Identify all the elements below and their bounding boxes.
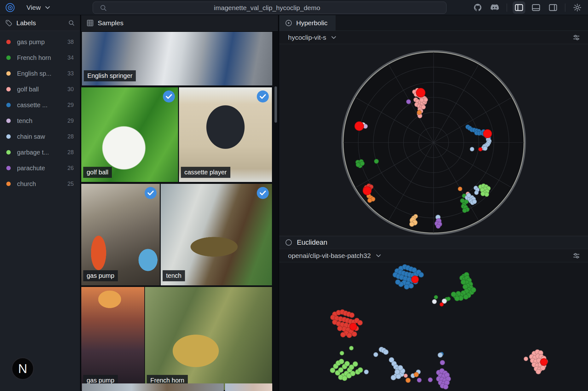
scatter-point[interactable] xyxy=(404,374,408,378)
scatter-point[interactable] xyxy=(409,222,414,227)
label-row[interactable]: parachute26 xyxy=(0,160,80,176)
scatter-point[interactable] xyxy=(419,98,424,102)
scatter-point[interactable] xyxy=(414,372,419,377)
hyperbolic-model-select[interactable]: hycoclip-vit-s xyxy=(288,34,326,41)
scatter-point[interactable] xyxy=(524,357,528,361)
samples-scrollbar[interactable] xyxy=(274,86,277,123)
label-row[interactable]: chain saw28 xyxy=(0,129,80,144)
scatter-point[interactable] xyxy=(355,121,364,131)
scatter-point[interactable] xyxy=(353,361,358,367)
sample-tile[interactable]: gas pump xyxy=(81,287,144,390)
app-logo-icon[interactable] xyxy=(6,3,14,12)
scatter-point[interactable] xyxy=(349,323,357,330)
selected-check-icon[interactable] xyxy=(163,90,175,102)
scatter-point[interactable] xyxy=(466,193,471,198)
euclidean-plot[interactable] xyxy=(279,262,588,391)
scatter-point[interactable] xyxy=(472,199,477,204)
scatter-point[interactable] xyxy=(350,371,355,376)
sample-tile[interactable] xyxy=(225,383,272,391)
sample-tile[interactable]: tench xyxy=(161,184,272,285)
scatter-point[interactable] xyxy=(349,312,355,318)
euclidean-section-header[interactable]: Euclidean xyxy=(279,236,588,249)
scatter-point[interactable] xyxy=(347,333,352,338)
scatter-point[interactable] xyxy=(406,99,411,104)
scatter-point[interactable] xyxy=(340,332,346,337)
scatter-point[interactable] xyxy=(391,375,396,380)
scatter-point[interactable] xyxy=(463,294,469,300)
scatter-point[interactable] xyxy=(411,276,419,283)
label-row[interactable]: cassette ...29 xyxy=(0,97,80,113)
plot-settings-sliders-icon[interactable] xyxy=(572,33,580,42)
label-row[interactable]: garbage t...28 xyxy=(0,144,80,160)
label-row[interactable]: church25 xyxy=(0,176,80,192)
selected-check-icon[interactable] xyxy=(257,90,269,102)
sample-tile[interactable]: gas pump xyxy=(81,184,160,285)
layout-split-bottom-button[interactable] xyxy=(530,1,542,14)
label-row[interactable]: tench29 xyxy=(0,113,80,129)
label-row[interactable]: gas pump38 xyxy=(0,34,80,50)
scatter-point[interactable] xyxy=(462,208,467,213)
scatter-point[interactable] xyxy=(344,361,350,366)
scatter-point[interactable] xyxy=(540,358,548,366)
sample-tile[interactable]: French horn xyxy=(145,287,272,390)
scatter-point[interactable] xyxy=(440,302,444,306)
scatter-point[interactable] xyxy=(395,279,401,285)
label-row[interactable]: golf ball30 xyxy=(0,81,80,97)
scatter-point[interactable] xyxy=(337,326,343,331)
scatter-point[interactable] xyxy=(352,331,357,337)
hyperbolic-plot[interactable] xyxy=(279,44,588,236)
scatter-point[interactable] xyxy=(417,378,422,382)
scatter-point[interactable] xyxy=(458,187,462,191)
scatter-point[interactable] xyxy=(395,369,400,375)
label-row[interactable]: French horn34 xyxy=(0,50,80,66)
settings-button[interactable] xyxy=(571,1,584,14)
scatter-point[interactable] xyxy=(483,129,492,138)
scatter-point[interactable] xyxy=(383,349,389,355)
scatter-point[interactable] xyxy=(443,384,448,389)
scatter-point[interactable] xyxy=(432,299,437,304)
plot-settings-sliders-icon[interactable] xyxy=(572,252,580,260)
scatter-point[interactable] xyxy=(404,284,409,289)
tab-hyperbolic[interactable]: Hyperbolic xyxy=(279,15,336,31)
sample-tile[interactable]: cassette player xyxy=(179,87,272,182)
chevron-down-icon[interactable] xyxy=(331,36,336,39)
scatter-point[interactable] xyxy=(340,351,344,355)
notebook-avatar-button[interactable]: N xyxy=(11,357,34,380)
scatter-point[interactable] xyxy=(454,296,460,301)
euclidean-model-select[interactable]: openai/clip-vit-base-patch32 xyxy=(288,252,371,260)
scatter-point[interactable] xyxy=(357,320,363,325)
labels-search-icon[interactable] xyxy=(68,20,75,26)
scatter-point[interactable] xyxy=(440,360,445,365)
scatter-point[interactable] xyxy=(428,377,433,382)
scatter-point[interactable] xyxy=(474,190,479,195)
label-row[interactable]: English sp...33 xyxy=(0,66,80,81)
scatter-point[interactable] xyxy=(406,378,411,383)
scatter-point[interactable] xyxy=(481,191,485,196)
chevron-down-icon[interactable] xyxy=(376,254,381,257)
sample-tile[interactable]: English springer xyxy=(82,32,272,85)
scatter-point[interactable] xyxy=(483,146,487,151)
scatter-point[interactable] xyxy=(358,367,363,373)
view-menu-button[interactable]: View xyxy=(26,3,50,13)
sample-tile[interactable]: golf ball xyxy=(81,87,178,182)
scatter-point[interactable] xyxy=(416,88,425,97)
scatter-point[interactable] xyxy=(363,186,372,195)
scatter-point[interactable] xyxy=(374,159,379,164)
dataset-search-bar[interactable]: imagenette_val_clip_hycoclip_demo xyxy=(93,2,447,14)
scatter-point[interactable] xyxy=(421,105,426,109)
sample-tile[interactable] xyxy=(82,383,224,391)
scatter-point[interactable] xyxy=(339,359,344,364)
selected-check-icon[interactable] xyxy=(145,187,157,199)
scatter-point[interactable] xyxy=(536,369,541,374)
scatter-point[interactable] xyxy=(349,346,354,350)
scatter-point[interactable] xyxy=(471,287,476,293)
scatter-point[interactable] xyxy=(418,272,424,277)
scatter-point[interactable] xyxy=(461,279,466,285)
layout-split-right-button[interactable] xyxy=(547,1,559,14)
discord-button[interactable] xyxy=(488,1,501,14)
scatter-point[interactable] xyxy=(470,147,474,151)
scatter-point[interactable] xyxy=(438,353,443,358)
scatter-point[interactable] xyxy=(436,224,441,229)
scatter-point[interactable] xyxy=(447,297,451,301)
scatter-point[interactable] xyxy=(360,161,365,166)
